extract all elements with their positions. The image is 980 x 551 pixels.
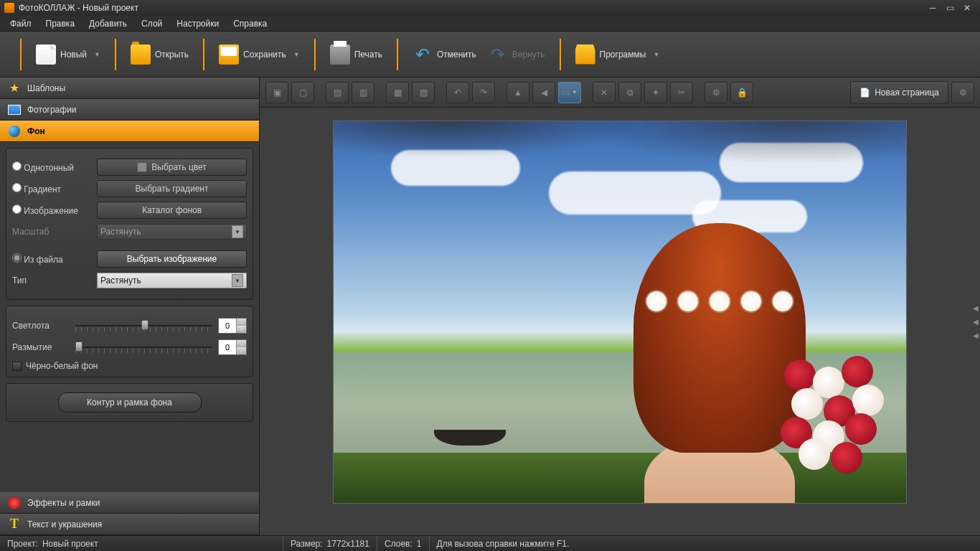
- delete-icon[interactable]: ✕: [593, 82, 616, 103]
- align-right-icon[interactable]: ▥: [352, 82, 374, 103]
- save-icon: [219, 44, 239, 65]
- right-collapse-handles[interactable]: ◀◀◀: [973, 304, 979, 339]
- blur-spinner[interactable]: ▲▼: [218, 339, 247, 355]
- type-select[interactable]: Растянуть▼: [97, 273, 247, 288]
- left-panel: ★ Шаблоны Фотографии Фон Однотонный Выбр…: [0, 77, 260, 535]
- menu-file[interactable]: Файл: [3, 17, 39, 31]
- main-toolbar: Новый ▼ Открыть Сохранить ▼ Печать ↶ Отм…: [0, 32, 980, 77]
- canvas[interactable]: [333, 121, 907, 504]
- blur-slider[interactable]: [75, 340, 212, 354]
- spinner-down[interactable]: ▼: [236, 347, 246, 354]
- menu-help[interactable]: Справка: [226, 17, 274, 31]
- spinner-up[interactable]: ▲: [236, 319, 246, 326]
- page-settings-icon[interactable]: ⚙: [951, 82, 974, 103]
- fit-width-button[interactable]: ▭▼: [558, 82, 581, 103]
- status-layers-value: 1: [417, 539, 422, 549]
- radio-solid-label[interactable]: Однотонный: [12, 161, 91, 173]
- send-back-icon[interactable]: ▢: [291, 82, 314, 103]
- brightness-slider[interactable]: [75, 319, 212, 333]
- status-bar: Проект: Новый проект Размер: 1772x1181 С…: [0, 535, 980, 551]
- window-title: ФотоКОЛЛАЖ - Новый проект: [19, 3, 138, 13]
- bring-front-icon[interactable]: ▣: [265, 82, 288, 103]
- crop-icon[interactable]: ⧉: [618, 82, 641, 103]
- programs-button[interactable]: Программы ▼: [570, 42, 666, 67]
- brightness-input[interactable]: [219, 319, 236, 333]
- accordion-text[interactable]: T Текст и украшения: [0, 514, 259, 535]
- accordion-effects[interactable]: Эффекты и рамки: [0, 492, 259, 514]
- accordion-background[interactable]: Фон: [0, 121, 259, 142]
- status-help-hint: Для вызова справки нажмите F1.: [437, 539, 570, 549]
- flip-v-icon[interactable]: ◀: [532, 82, 555, 103]
- print-button[interactable]: Печать: [324, 42, 388, 67]
- new-page-button[interactable]: 📄 Новая страница: [850, 81, 948, 104]
- catalog-backgrounds-button[interactable]: Каталог фонов: [97, 202, 247, 219]
- blur-input[interactable]: [219, 340, 236, 354]
- radio-image[interactable]: [12, 204, 22, 214]
- maximize-button[interactable]: ▭: [941, 2, 958, 14]
- radio-solid[interactable]: [12, 161, 22, 171]
- save-button[interactable]: Сохранить ▼: [213, 42, 306, 67]
- color-swatch-icon: [137, 162, 147, 172]
- scale-select[interactable]: Растянуть▼: [97, 224, 247, 240]
- dropdown-arrow-icon: ▼: [94, 51, 100, 58]
- status-size-label: Размер:: [291, 539, 323, 549]
- choose-color-button[interactable]: Выбрать цвет: [97, 159, 247, 176]
- spinner-up[interactable]: ▲: [236, 340, 246, 347]
- align-bottom-icon[interactable]: ▧: [412, 82, 435, 103]
- menu-settings[interactable]: Настройки: [169, 17, 226, 31]
- folder-open-icon: [131, 44, 151, 65]
- flip-h-icon[interactable]: ▲: [507, 82, 529, 103]
- minimize-button[interactable]: ─: [924, 2, 941, 14]
- canvas-area: ▣ ▢ ▤ ▥ ▦ ▧ ↶ ↷ ▲ ◀ ▭▼ ✕ ⧉ ✦ ✂ ⚙ 🔒 📄: [260, 77, 980, 535]
- status-layers-label: Слоев:: [385, 539, 413, 549]
- brightness-spinner[interactable]: ▲▼: [218, 318, 247, 334]
- radio-from-file-label[interactable]: Из файла: [12, 253, 91, 265]
- accordion-templates[interactable]: ★ Шаблоны: [0, 77, 259, 99]
- new-button[interactable]: Новый ▼: [30, 42, 106, 67]
- radio-from-file[interactable]: [12, 253, 22, 263]
- dropdown-arrow-icon: ▼: [293, 51, 300, 58]
- canvas-decoration: [334, 121, 906, 207]
- magic-wand-icon[interactable]: ✦: [644, 82, 667, 103]
- canvas-layer-bouquet[interactable]: [770, 352, 907, 481]
- text-icon: T: [7, 517, 22, 532]
- photo-icon: [7, 103, 22, 117]
- palette-icon: [7, 496, 22, 510]
- radio-image-label[interactable]: Изображение: [12, 204, 91, 216]
- chevron-down-icon: ▼: [232, 225, 243, 238]
- scale-label: Масштаб: [12, 227, 91, 237]
- spinner-down[interactable]: ▼: [236, 326, 246, 333]
- scissors-icon[interactable]: ✂: [670, 82, 693, 103]
- menu-layer[interactable]: Слой: [134, 17, 169, 31]
- background-panel: Однотонный Выбрать цвет Градиент Выбрать…: [0, 142, 259, 492]
- lock-icon[interactable]: 🔒: [730, 82, 753, 103]
- redo-button[interactable]: ↷ Вернуть: [482, 42, 551, 67]
- undo-button[interactable]: ↶ Отменить: [407, 42, 482, 67]
- menu-add[interactable]: Добавить: [82, 17, 134, 31]
- radio-gradient-label[interactable]: Градиент: [12, 183, 91, 194]
- rotate-left-icon[interactable]: ↶: [446, 82, 469, 103]
- align-left-icon[interactable]: ▤: [326, 82, 349, 103]
- settings-gear-icon[interactable]: ⚙: [705, 82, 727, 103]
- box-icon: [575, 44, 595, 65]
- chevron-down-icon: ▼: [232, 274, 243, 287]
- choose-gradient-button[interactable]: Выбрать градиент: [97, 180, 247, 197]
- align-top-icon[interactable]: ▦: [386, 82, 409, 103]
- redo-arrow-icon: ↷: [488, 44, 508, 65]
- radio-gradient[interactable]: [12, 183, 22, 192]
- status-project-value: Новый проект: [42, 539, 98, 549]
- bw-checkbox[interactable]: Чёрно-белый фон: [12, 361, 247, 371]
- status-project-label: Проект:: [7, 539, 38, 549]
- app-icon: [4, 3, 14, 13]
- close-button[interactable]: ✕: [958, 2, 976, 14]
- accordion-photos[interactable]: Фотографии: [0, 99, 259, 121]
- printer-icon: [330, 44, 350, 65]
- rotate-right-icon[interactable]: ↷: [472, 82, 495, 103]
- menu-edit[interactable]: Правка: [39, 17, 83, 31]
- brightness-label: Светлота: [12, 321, 70, 331]
- star-icon: ★: [7, 81, 22, 95]
- canvas-viewport[interactable]: ◀◀◀: [260, 108, 980, 535]
- choose-image-button[interactable]: Выбрать изображение: [97, 250, 247, 268]
- contour-frame-button[interactable]: Контур и рамка фона: [58, 392, 202, 413]
- open-button[interactable]: Открыть: [125, 42, 194, 67]
